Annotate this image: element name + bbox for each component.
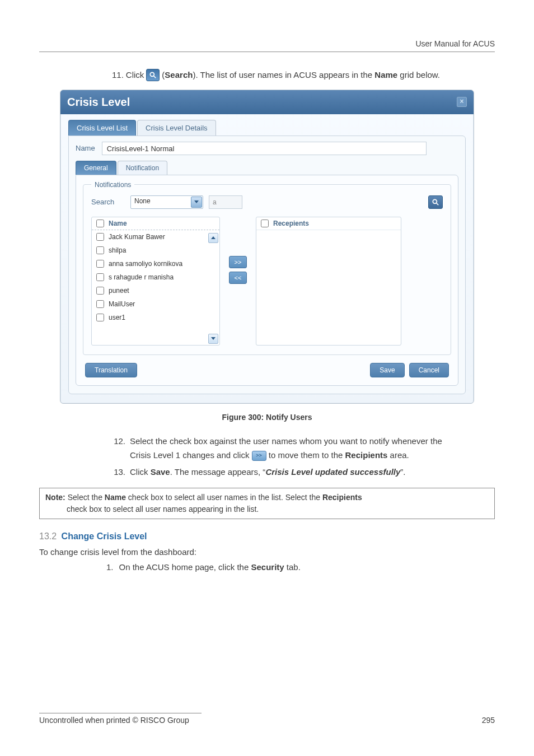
row-label: puneet <box>109 287 129 295</box>
search-icon <box>146 69 160 81</box>
row-label: anna samoliyo kornikova <box>109 260 182 268</box>
tab-notification[interactable]: Notification <box>118 161 167 175</box>
step-12-line2c: area. <box>387 450 409 460</box>
step-13-c: ”. <box>400 467 405 477</box>
row-checkbox[interactable] <box>96 314 104 321</box>
step-12: 12. Select the check box against the use… <box>112 434 495 463</box>
row-checkbox[interactable] <box>96 246 104 254</box>
svg-line-1 <box>154 76 156 78</box>
cancel-button[interactable]: Cancel <box>409 363 449 377</box>
step-11-tail: ). The list of user names in ACUS appear… <box>193 70 374 80</box>
search-button[interactable] <box>428 195 443 209</box>
section-step-1: 1. On the ACUS home page, click the Secu… <box>106 562 495 572</box>
names-list[interactable]: Name Jack Kumar Bawer shilpa anna samoli… <box>91 217 220 346</box>
step-12-recipients-bold: Recipients <box>345 450 388 460</box>
move-right-icon: >> <box>252 451 266 461</box>
list-item[interactable]: shilpa <box>92 244 219 257</box>
scrollbar[interactable] <box>208 233 218 244</box>
section-step-1-num: 1. <box>106 562 114 572</box>
save-button[interactable]: Save <box>370 363 404 377</box>
tab-general[interactable]: General <box>76 161 116 175</box>
scroll-down-icon[interactable] <box>208 334 218 344</box>
svg-point-2 <box>433 199 437 203</box>
search-filter-input[interactable] <box>209 195 242 209</box>
tab-crisis-level-details[interactable]: Crisis Level Details <box>137 120 216 136</box>
step-12-num: 12. <box>112 434 125 463</box>
list-item[interactable]: anna samoliyo kornikova <box>92 257 219 270</box>
header-rule <box>39 52 495 52</box>
list-item[interactable]: user1 <box>92 311 219 324</box>
step-12-line2b: to move them to the <box>269 450 345 460</box>
row-checkbox[interactable] <box>96 233 104 241</box>
outer-tabs: Crisis Level List Crisis Level Details <box>68 120 466 136</box>
step-12-line2a: Crisis Level 1 changes and click <box>130 450 249 460</box>
notifications-legend: Notifications <box>91 181 134 189</box>
section-num: 13.2 <box>39 531 57 541</box>
scroll-up-icon[interactable] <box>208 233 218 243</box>
row-checkbox[interactable] <box>96 300 104 308</box>
section-title: Change Crisis Level <box>62 531 147 541</box>
search-select-wrap[interactable]: None <box>130 195 203 209</box>
page-number: 295 <box>482 716 495 725</box>
row-label: s rahagude r manisha <box>109 273 174 281</box>
notifications-fieldset: Notifications Search None <box>83 181 451 355</box>
move-right-button[interactable]: >> <box>229 256 247 268</box>
step-11-pre: Click <box>126 69 144 82</box>
row-label: Jack Kumar Bawer <box>109 233 165 241</box>
row-label: MailUser <box>109 300 135 308</box>
step-13: 13. Click Save. The message appears, “Cr… <box>112 465 495 479</box>
note-label: Note: <box>45 493 65 502</box>
note-b: check box to select all user names in th… <box>126 493 322 502</box>
note-c: check box to select all user names appea… <box>67 503 259 515</box>
row-label: shilpa <box>109 246 126 254</box>
list-item[interactable]: Jack Kumar Bawer <box>92 230 219 244</box>
row-checkbox[interactable] <box>96 260 104 268</box>
note-recipients-bold: Recipients <box>322 493 362 502</box>
footer-left: Uncontrolled when printed © RISCO Group <box>39 716 189 725</box>
step-13-b: . The message appears, “ <box>170 467 266 477</box>
dialog-title: Crisis Level <box>67 96 130 109</box>
select-all-recipients-checkbox[interactable] <box>261 220 269 227</box>
svg-point-0 <box>151 73 154 77</box>
page-header: User Manual for ACUS <box>39 39 495 52</box>
list-item[interactable]: puneet <box>92 284 219 297</box>
section-step-1-bold: Security <box>251 562 284 572</box>
row-checkbox[interactable] <box>96 287 104 295</box>
row-label: user1 <box>109 314 125 321</box>
names-header: Name <box>109 220 127 227</box>
section-step-1-b: tab. <box>284 562 301 572</box>
select-all-names-checkbox[interactable] <box>96 220 104 227</box>
step-11-tail2: grid below. <box>397 70 440 80</box>
section-step-1-a: On the ACUS home page, click the <box>119 562 251 572</box>
move-left-button[interactable]: << <box>229 272 247 284</box>
translation-button[interactable]: Translation <box>85 363 137 377</box>
section-heading: 13.2 Change Crisis Level <box>39 531 495 542</box>
name-field[interactable]: CrisisLevel-1 Normal <box>102 142 427 155</box>
svg-line-3 <box>437 203 439 205</box>
close-icon[interactable]: × <box>457 97 467 107</box>
note-name-bold: Name <box>105 493 126 502</box>
step-11-name-bold: Name <box>374 70 397 80</box>
search-select[interactable]: None <box>130 195 203 209</box>
step-11-num: 11. <box>112 69 124 82</box>
name-label: Name <box>76 144 95 152</box>
list-item[interactable]: MailUser <box>92 297 219 311</box>
step-13-num: 13. <box>112 465 125 479</box>
section-intro: To change crisis level from the dashboar… <box>39 547 495 557</box>
tab-crisis-level-list[interactable]: Crisis Level List <box>68 120 136 136</box>
note-a: Select the <box>65 493 105 502</box>
step-13-a: Click <box>130 467 151 477</box>
dialog-titlebar: Crisis Level × <box>60 90 474 114</box>
step-13-save-bold: Save <box>151 467 170 477</box>
figure-caption: Figure 300: Notify Users <box>39 413 495 422</box>
recipients-list[interactable]: Recepients <box>256 217 401 346</box>
recipients-header: Recepients <box>273 220 309 227</box>
step-11-search-bold: Search <box>165 70 193 80</box>
list-item[interactable]: s rahagude r manisha <box>92 270 219 284</box>
search-label: Search <box>91 198 125 206</box>
row-checkbox[interactable] <box>96 273 104 281</box>
step-12-line1: Select the check box against the user na… <box>130 436 442 446</box>
note-box: Note: Select the Name check box to selec… <box>39 488 495 519</box>
footer-rule <box>39 713 202 713</box>
step-13-italic: Crisis Level updated successfully <box>265 467 400 477</box>
